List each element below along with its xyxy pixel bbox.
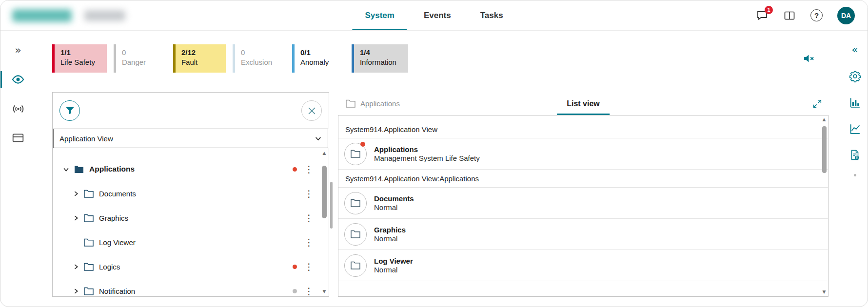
broadcast-icon[interactable] (0, 96, 36, 121)
tree-scrollbar[interactable]: ▲ ▼ (321, 151, 327, 294)
filter-button[interactable] (59, 100, 80, 121)
status-label: Information (360, 58, 396, 66)
status-fault[interactable]: 2/12Fault (173, 44, 226, 73)
tree-node-label: Log Viewer (99, 238, 136, 247)
status-anomaly[interactable]: 0/1Anomaly (292, 44, 345, 73)
status-danger[interactable]: 0Danger (114, 44, 166, 73)
chevron-right-icon[interactable] (70, 215, 81, 221)
app-window: System Events Tasks 1 ? DA » (0, 0, 868, 307)
scrollbar-thumb[interactable] (822, 126, 827, 173)
tree-node-logics[interactable]: Logics ⋮ (53, 254, 329, 279)
tab-list-view[interactable]: List view (557, 92, 610, 115)
tree-node-label: Notification (99, 287, 135, 295)
tree-node-label: Documents (99, 190, 136, 198)
kebab-menu-icon[interactable]: ⋮ (304, 164, 312, 174)
list-item-documents[interactable]: Documents Normal (338, 188, 828, 219)
scroll-up-icon[interactable]: ▲ (323, 151, 326, 155)
scheduled-report-icon[interactable] (848, 148, 862, 162)
tab-events[interactable]: Events (409, 0, 466, 30)
tree-node-log-viewer[interactable]: Log Viewer ⋮ (53, 230, 329, 254)
app-name-redacted (84, 10, 125, 21)
status-information[interactable]: 1/4Information (352, 44, 408, 73)
funnel-icon (65, 106, 75, 115)
chevron-down-icon (315, 135, 322, 142)
list-scrollbar[interactable]: ▲ ▼ (821, 116, 828, 295)
expand-fullscreen-icon[interactable] (810, 96, 825, 111)
folder-icon (351, 261, 360, 269)
kebab-menu-icon[interactable]: ⋮ (304, 188, 312, 199)
tab-tasks[interactable]: Tasks (466, 0, 518, 30)
view-selector-dropdown[interactable]: Application View (53, 129, 328, 148)
breadcrumb[interactable]: Applications (346, 99, 400, 108)
status-label: Danger (122, 58, 146, 66)
chevron-right-icon[interactable] (70, 288, 81, 294)
folder-icon (351, 199, 360, 207)
chevron-down-icon[interactable] (60, 166, 71, 173)
folder-icon (351, 150, 360, 158)
header-actions: 1 ? DA (756, 7, 868, 24)
tree-node-label: Logics (99, 263, 120, 271)
system-browser-panel: Application View Applications ⋮ (52, 92, 329, 297)
expand-left-panel-icon[interactable]: » (0, 38, 36, 63)
status-label: Anomaly (300, 58, 329, 66)
item-title: Graphics (374, 226, 406, 234)
scroll-down-icon[interactable]: ▼ (823, 290, 826, 294)
item-title: Documents (374, 194, 414, 203)
status-count: 1/1 (60, 48, 95, 57)
kebab-menu-icon[interactable]: ⋮ (304, 237, 312, 248)
item-subtitle: Management System Life Safety (374, 154, 480, 162)
chevron-right-icon[interactable] (70, 191, 81, 197)
panel-resize-handle[interactable] (330, 182, 333, 229)
layout-columns-icon[interactable] (783, 9, 796, 22)
close-icon (308, 107, 316, 115)
folder-icon (346, 99, 355, 108)
list-item-applications[interactable]: Applications Management System Life Safe… (338, 138, 828, 170)
status-life-safety[interactable]: 1/1Life Safety (52, 44, 107, 73)
brand-area (0, 9, 125, 22)
eye-icon[interactable] (0, 67, 36, 92)
trend-chart-icon[interactable] (848, 121, 862, 136)
tab-system[interactable]: System (350, 0, 409, 30)
folder-filled-icon (74, 165, 84, 173)
right-rail: « (842, 31, 868, 307)
view-selector-value: Application View (59, 134, 113, 143)
tree-node-label: Applications (89, 165, 135, 173)
item-title: Log Viewer (374, 257, 413, 265)
status-exclusion[interactable]: 0Exclusion (233, 44, 285, 73)
status-count: 2/12 (181, 48, 197, 57)
clear-selection-button[interactable] (301, 100, 322, 121)
help-icon[interactable]: ? (810, 9, 823, 21)
primary-pane: Applications List view System914.Applica… (338, 92, 829, 297)
bar-chart-icon[interactable] (848, 95, 862, 110)
card-view-icon[interactable] (0, 125, 36, 151)
alarm-dot (293, 167, 297, 172)
folder-icon (351, 230, 360, 238)
alarm-dot (360, 142, 365, 147)
notifications-icon[interactable]: 1 (756, 9, 769, 22)
folder-icon (84, 238, 94, 247)
status-count: 0/1 (300, 48, 329, 57)
kebab-menu-icon[interactable]: ⋮ (304, 286, 312, 296)
scrollbar-thumb[interactable] (322, 166, 327, 218)
status-label: Life Safety (60, 58, 95, 66)
item-subtitle: Normal (374, 266, 397, 274)
kebab-menu-icon[interactable]: ⋮ (304, 261, 312, 272)
item-subtitle: Normal (374, 234, 397, 243)
settings-gear-icon[interactable] (848, 69, 862, 83)
tree-node-documents[interactable]: Documents ⋮ (53, 181, 329, 206)
list-group-header: System914.Application View:Applications (338, 170, 828, 188)
tree-node-notification[interactable]: Notification ⋮ (53, 279, 329, 297)
kebab-menu-icon[interactable]: ⋮ (304, 212, 312, 223)
scroll-up-icon[interactable]: ▲ (823, 117, 826, 122)
tree-node-applications[interactable]: Applications ⋮ (53, 157, 329, 181)
list-item-graphics[interactable]: Graphics Normal (338, 219, 828, 250)
list-item-log-viewer[interactable]: Log Viewer Normal (338, 250, 828, 281)
tree-node-graphics[interactable]: Graphics ⋮ (53, 206, 329, 230)
body: » 1/1Life Safety (0, 31, 868, 307)
chevron-right-icon[interactable] (70, 264, 81, 270)
user-avatar[interactable]: DA (837, 7, 855, 24)
collapse-right-panel-icon[interactable]: « (848, 42, 862, 57)
scroll-down-icon[interactable]: ▼ (323, 289, 326, 294)
speaker-muted-icon[interactable] (802, 52, 816, 65)
alarm-dot (293, 265, 297, 269)
